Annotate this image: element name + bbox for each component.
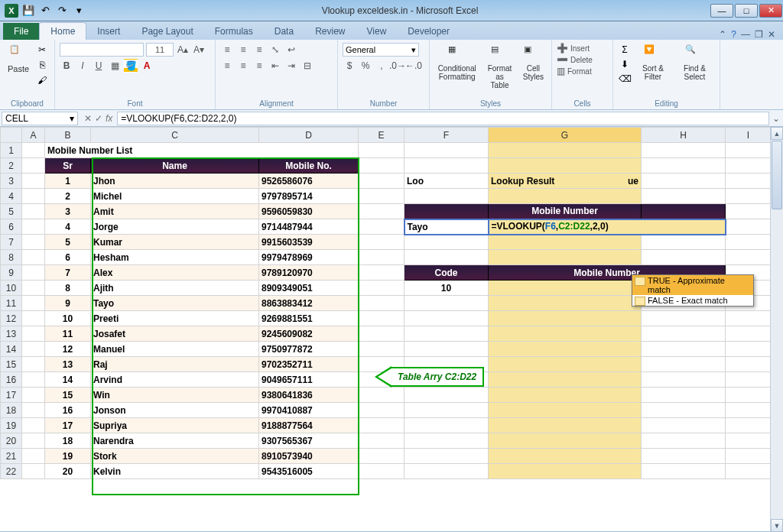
cell[interactable] xyxy=(22,204,45,219)
cell[interactable]: Supriya xyxy=(91,418,259,433)
cell[interactable] xyxy=(404,464,489,479)
cell[interactable]: ue Lookup Result xyxy=(489,174,642,189)
cell[interactable]: Manuel xyxy=(91,342,259,357)
cell[interactable] xyxy=(489,311,642,326)
row-header[interactable]: 7 xyxy=(1,235,22,250)
cell[interactable]: 10 xyxy=(404,281,489,296)
cell[interactable]: Narendra xyxy=(91,433,259,449)
cell[interactable] xyxy=(726,418,772,433)
align-middle-icon[interactable]: ≡ xyxy=(236,43,250,57)
align-top-icon[interactable]: ≡ xyxy=(220,43,234,57)
format-painter-icon[interactable]: 🖌 xyxy=(35,73,49,87)
cell[interactable]: 9702352711 xyxy=(259,357,359,372)
cell[interactable] xyxy=(642,311,726,326)
cell[interactable] xyxy=(642,143,726,158)
increase-decimal-icon[interactable]: .0→ xyxy=(391,59,404,73)
row-header[interactable]: 14 xyxy=(1,342,22,357)
cell[interactable]: 15 xyxy=(45,388,91,403)
cut-icon[interactable]: ✂ xyxy=(35,43,49,57)
clear-icon[interactable]: ⌫ xyxy=(618,72,632,86)
col-header[interactable]: B xyxy=(45,128,91,143)
scroll-up-icon[interactable]: ▲ xyxy=(771,127,783,140)
qat-dropdown-icon[interactable]: ▾ xyxy=(72,4,86,18)
col-header[interactable]: E xyxy=(359,128,404,143)
cell[interactable] xyxy=(489,143,642,158)
cell[interactable] xyxy=(642,357,726,372)
cell[interactable]: 19 xyxy=(45,449,91,464)
cell[interactable] xyxy=(22,265,45,281)
cell[interactable]: 8 xyxy=(45,281,91,296)
cell[interactable] xyxy=(359,281,404,296)
file-tab[interactable]: File xyxy=(3,23,39,40)
conditional-formatting-button[interactable]: ▦Conditional Formatting xyxy=(434,43,479,83)
merge-center-icon[interactable]: ⊟ xyxy=(301,59,314,73)
cell[interactable] xyxy=(359,143,404,158)
cell[interactable] xyxy=(404,433,489,449)
col-header[interactable]: A xyxy=(22,128,45,143)
name-box[interactable]: CELL▾ xyxy=(2,112,78,125)
cell[interactable]: Amit xyxy=(91,204,259,219)
cell[interactable]: 5 xyxy=(45,235,91,250)
cell[interactable] xyxy=(489,357,642,372)
cell[interactable] xyxy=(22,311,45,326)
cell[interactable] xyxy=(642,433,726,449)
cell[interactable] xyxy=(22,326,45,342)
orientation-icon[interactable]: ⤡ xyxy=(268,43,282,57)
cell[interactable] xyxy=(642,235,726,250)
cell[interactable] xyxy=(359,388,404,403)
cell[interactable]: Mobile Number xyxy=(489,204,642,219)
cell[interactable]: Loo xyxy=(404,174,489,189)
cell[interactable] xyxy=(359,342,404,357)
expand-formula-bar-icon[interactable]: ⌄ xyxy=(769,113,783,124)
cell[interactable]: 8910573940 xyxy=(259,449,359,464)
cell[interactable]: Tayo xyxy=(404,219,489,235)
cell[interactable]: 9714487944 xyxy=(259,219,359,235)
row-header[interactable]: 5 xyxy=(1,204,22,219)
cell[interactable]: 9970410887 xyxy=(259,403,359,418)
cell[interactable] xyxy=(22,388,45,403)
cell[interactable]: 8909349051 xyxy=(259,281,359,296)
cell[interactable] xyxy=(22,449,45,464)
cell[interactable]: 9797895714 xyxy=(259,189,359,204)
autosum-icon[interactable]: Σ xyxy=(618,43,632,57)
cell[interactable]: 12 xyxy=(45,342,91,357)
spreadsheet-grid[interactable]: A B C D E F G H I 1Mobile Number List2Sr… xyxy=(0,127,783,532)
workbook-close-icon[interactable]: ✕ xyxy=(768,29,775,40)
cell[interactable]: 9979478969 xyxy=(259,250,359,265)
cancel-formula-icon[interactable]: ✕ xyxy=(84,113,92,124)
save-icon[interactable]: 💾 xyxy=(21,4,35,18)
cell[interactable] xyxy=(359,403,404,418)
redo-icon[interactable]: ↷ xyxy=(55,4,69,18)
cell[interactable] xyxy=(726,388,772,403)
cell[interactable] xyxy=(489,372,642,388)
cell[interactable] xyxy=(22,342,45,357)
italic-icon[interactable]: I xyxy=(76,59,89,73)
cell[interactable]: 9380641836 xyxy=(259,388,359,403)
cell[interactable] xyxy=(726,219,772,235)
align-center-icon[interactable]: ≡ xyxy=(236,59,250,73)
cell[interactable] xyxy=(726,189,772,204)
cell[interactable]: 17 xyxy=(45,418,91,433)
cell[interactable] xyxy=(642,464,726,479)
page-layout-tab[interactable]: Page Layout xyxy=(131,23,203,40)
cell[interactable] xyxy=(359,372,404,388)
font-color-icon[interactable]: A xyxy=(140,59,154,73)
border-icon[interactable]: ▦ xyxy=(108,59,122,73)
percent-icon[interactable]: % xyxy=(359,59,372,73)
undo-icon[interactable]: ↶ xyxy=(38,4,52,18)
cell[interactable] xyxy=(726,174,772,189)
cell[interactable] xyxy=(359,311,404,326)
align-left-icon[interactable]: ≡ xyxy=(220,59,234,73)
grow-font-icon[interactable]: A▴ xyxy=(176,43,190,57)
shrink-font-icon[interactable]: A▾ xyxy=(192,43,206,57)
minimize-button[interactable]: — xyxy=(710,4,733,18)
cell[interactable] xyxy=(726,464,772,479)
cell[interactable] xyxy=(359,219,404,235)
cell[interactable]: 6 xyxy=(45,250,91,265)
row-header[interactable]: 22 xyxy=(1,464,22,479)
cell[interactable]: Code xyxy=(404,265,489,281)
formulas-tab[interactable]: Formulas xyxy=(204,23,264,40)
copy-icon[interactable]: ⎘ xyxy=(35,58,49,72)
row-header[interactable]: 17 xyxy=(1,388,22,403)
cell[interactable] xyxy=(359,158,404,174)
